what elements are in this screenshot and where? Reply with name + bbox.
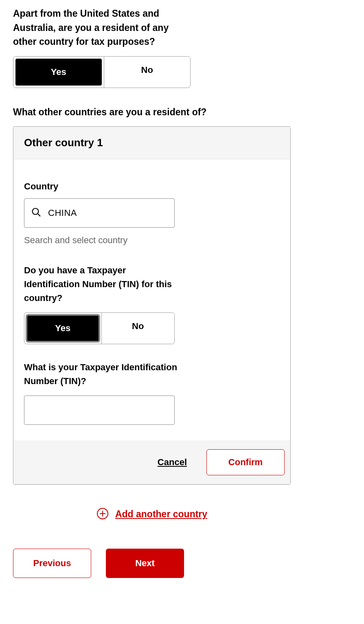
next-button[interactable]: Next: [106, 549, 184, 578]
add-country-label: Add another country: [115, 509, 207, 520]
cancel-button[interactable]: Cancel: [158, 457, 187, 468]
tax-resident-yes-button[interactable]: Yes: [15, 59, 102, 86]
tin-yes-button[interactable]: Yes: [26, 315, 99, 342]
tin-no-button[interactable]: No: [102, 313, 175, 340]
other-countries-question-label: What other countries are you a resident …: [13, 105, 351, 119]
tax-resident-question-label: Apart from the United States and Austral…: [13, 7, 192, 49]
country-search-hint: Search and select country: [24, 235, 280, 246]
confirm-button[interactable]: Confirm: [206, 449, 285, 475]
tin-question-label: Do you have a Taxpayer Identification Nu…: [24, 264, 179, 305]
tax-resident-toggle-group: Yes No: [13, 56, 191, 88]
country-field-label: Country: [24, 181, 280, 192]
search-icon: [31, 207, 41, 219]
tin-input[interactable]: [24, 395, 175, 425]
svg-line-1: [38, 214, 40, 216]
previous-button[interactable]: Previous: [13, 549, 91, 578]
add-country-button[interactable]: Add another country: [96, 508, 207, 521]
tin-field-label: What is your Taxpayer Identification Num…: [24, 360, 179, 388]
tin-toggle-group: Yes No: [24, 312, 175, 344]
other-country-panel: Other country 1 Country Search and selec…: [13, 126, 291, 485]
panel-title: Other country 1: [13, 127, 290, 159]
plus-circle-icon: [96, 508, 109, 521]
svg-point-0: [33, 209, 39, 215]
tax-resident-no-button[interactable]: No: [104, 57, 191, 83]
country-search-input[interactable]: [24, 198, 175, 228]
